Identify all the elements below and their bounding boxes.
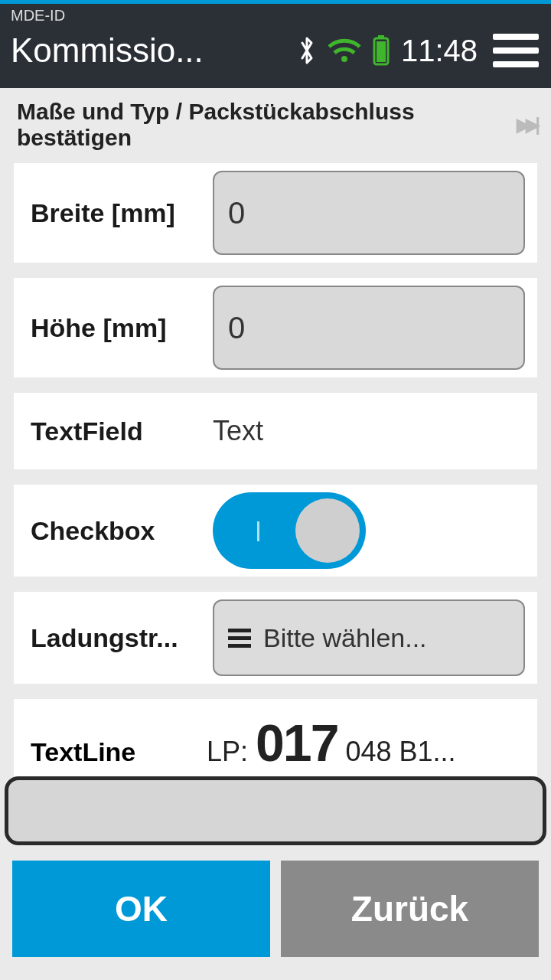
ok-button[interactable]: OK <box>12 861 270 957</box>
checkbox-label: Checkbox <box>14 516 213 546</box>
ladung-label: Ladungstr... <box>14 623 213 653</box>
menu-icon[interactable] <box>488 31 543 70</box>
svg-point-0 <box>341 56 347 62</box>
battery-icon <box>372 35 390 66</box>
mde-id-label: MDE-ID <box>11 7 543 24</box>
textline-label: TextLine <box>31 737 207 767</box>
skip-forward-icon[interactable]: ▶▶| <box>517 114 536 136</box>
row-ladung: Ladungstr... Bitte wählen... <box>14 592 537 684</box>
row-hoehe: Höhe [mm] <box>14 278 537 377</box>
checkbox-toggle[interactable] <box>213 492 366 569</box>
row-textfield: TextField Text <box>14 393 537 469</box>
textfield-value: Text <box>213 415 525 447</box>
row-checkbox: Checkbox <box>14 485 537 577</box>
breite-input[interactable] <box>213 171 525 255</box>
list-icon <box>228 629 251 648</box>
textline-value: LP: 017 048 B1... <box>207 713 525 773</box>
row-breite: Breite [mm] <box>14 163 537 263</box>
toggle-knob <box>295 498 360 563</box>
ladung-value: Bitte wählen... <box>263 623 427 653</box>
row-textline: TextLine LP: 017 048 B1... <box>14 699 537 786</box>
svg-rect-3 <box>377 41 386 62</box>
breite-label: Breite [mm] <box>14 198 213 228</box>
hoehe-label: Höhe [mm] <box>14 313 213 343</box>
bluetooth-icon <box>297 35 317 66</box>
hoehe-input[interactable] <box>213 286 525 370</box>
screen-title: Kommissio... <box>11 31 204 70</box>
wifi-icon <box>328 38 361 64</box>
footer: OK Zurück <box>0 850 551 980</box>
app-header: MDE-ID Kommissio... 11:48 <box>0 4 551 88</box>
ladung-select[interactable]: Bitte wählen... <box>213 599 525 676</box>
textfield-label: TextField <box>14 416 213 446</box>
scan-input[interactable] <box>5 776 546 845</box>
back-button[interactable]: Zurück <box>281 861 539 957</box>
status-area: 11:48 <box>297 31 543 70</box>
section-title: Maße und Typ / Packstückabschluss bestät… <box>0 88 551 163</box>
clock: 11:48 <box>401 34 478 68</box>
